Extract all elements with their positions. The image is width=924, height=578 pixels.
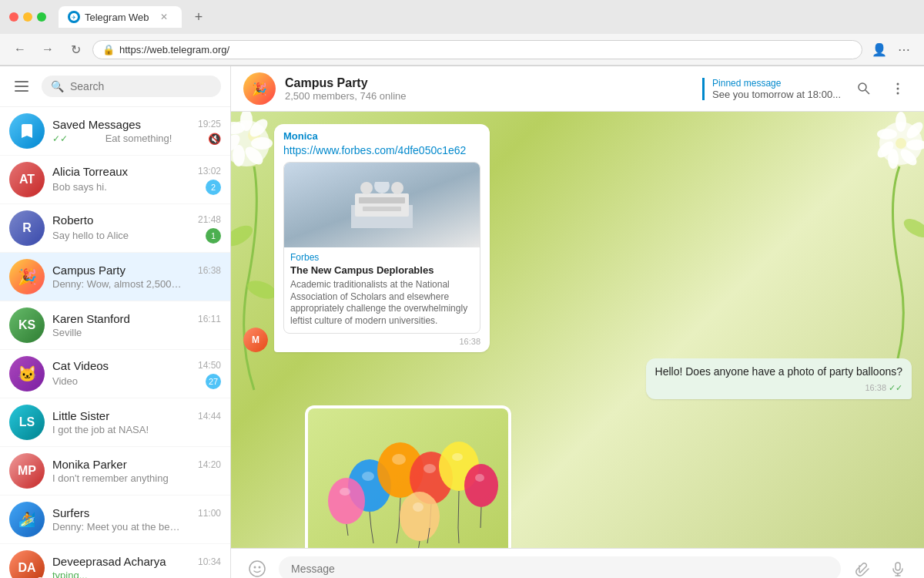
chat-item-roberto[interactable]: R Roberto 21:48 Say hello to Alice 1: [0, 204, 230, 253]
chat-item-campus[interactable]: 🎉 Campus Party 16:38 Denny: Wow, almost …: [0, 253, 230, 301]
avatar-roberto: R: [9, 210, 45, 246]
voice-button[interactable]: [884, 555, 912, 578]
svg-point-38: [897, 92, 899, 95]
search-button[interactable]: [850, 75, 878, 102]
sidebar-header: 🔍: [0, 66, 230, 107]
chat-item-catvideos[interactable]: 🐱 Cat Videos 14:50 Video 27: [0, 350, 230, 398]
sidebar: 🔍 Saved Messages 19:25 ✓✓ Eat something: [0, 66, 231, 578]
chat-name: Surfers: [52, 506, 89, 519]
svg-rect-2: [15, 81, 28, 82]
new-tab-button[interactable]: +: [188, 6, 209, 28]
chat-header-actions: [850, 75, 912, 102]
avatar-saved: [9, 113, 45, 149]
chat-time: 19:25: [198, 119, 221, 129]
chat-time: 16:11: [198, 314, 221, 324]
chat-preview: Bob says hi.: [52, 181, 107, 193]
preview-desc: Academic traditionalists at the National…: [284, 277, 480, 333]
tab-title: Telegram Web: [85, 12, 149, 23]
chat-item-karen[interactable]: KS Karen Stanford 16:11 Seville: [0, 301, 230, 350]
chat-item-saved[interactable]: Saved Messages 19:25 ✓✓ Eat something! 🔇: [0, 107, 230, 156]
message-text: Hello! Does anyone have a photo of party…: [655, 365, 902, 380]
chat-info-catvideos: Cat Videos 14:50 Video 27: [52, 359, 221, 389]
account-icon-button[interactable]: 👤: [869, 39, 890, 60]
svg-point-34: [859, 83, 866, 91]
chat-item-deveeprasad[interactable]: DA Deveeprasad Acharya 10:34 typing...: [0, 544, 230, 578]
search-icon: 🔍: [51, 80, 64, 92]
message-input[interactable]: [279, 556, 841, 578]
svg-rect-75: [896, 563, 900, 570]
more-options-button[interactable]: [884, 75, 912, 102]
chat-time: 16:38: [198, 265, 221, 276]
chat-preview: Denny: Meet you at the beach: [52, 521, 183, 533]
chat-main: 🎉 Campus Party 2,500 members, 746 online…: [231, 66, 924, 578]
chat-item-surfers[interactable]: 🏄 Surfers 11:00 Denny: Meet you at the b…: [0, 496, 230, 544]
minimize-dot[interactable]: [23, 12, 32, 22]
svg-point-44: [374, 182, 390, 193]
chat-preview: Video: [52, 375, 78, 387]
svg-point-43: [360, 182, 373, 194]
messages-area: M Monica https://www.forbes.com/4dfe050c…: [231, 112, 924, 548]
chat-time: 13:02: [198, 166, 221, 176]
chat-info-karen: Karen Stanford 16:11 Seville: [52, 312, 221, 338]
browser-navbar: ← → ↻ 🔒 https://web.telegram.org/ 👤 ⋯: [0, 34, 924, 66]
preview-source: Forbes: [284, 247, 480, 263]
svg-rect-40: [355, 193, 409, 217]
back-button[interactable]: ←: [9, 39, 31, 60]
message-link[interactable]: https://www.forbes.com/4dfe050c1e62: [283, 144, 466, 156]
menu-icon-button[interactable]: ⋯: [893, 39, 915, 60]
browser-tab[interactable]: ✈ Telegram Web ✕: [59, 6, 182, 28]
message-bubble: Hello! Does anyone have a photo of party…: [646, 358, 912, 399]
chat-name: Alicia Torreaux: [52, 165, 128, 178]
chat-info-surfers: Surfers 11:00 Denny: Meet you at the bea…: [52, 506, 221, 533]
avatar-monika: MP: [9, 453, 45, 489]
chat-item-alicia[interactable]: AT Alicia Torreaux 13:02 Bob says hi. 2: [0, 156, 230, 204]
chat-name: Roberto: [52, 213, 93, 227]
nav-right-buttons: 👤 ⋯: [869, 39, 915, 60]
chat-header-avatar: 🎉: [243, 72, 276, 105]
message-bubble: Monica https://www.forbes.com/4dfe050c1e…: [274, 124, 490, 352]
svg-point-65: [400, 492, 440, 541]
search-box[interactable]: 🔍: [42, 76, 221, 97]
chat-time: 14:50: [198, 360, 221, 371]
chat-item-monika[interactable]: MP Monika Parker 14:20 I don't remember …: [0, 447, 230, 496]
browser-chrome: ✈ Telegram Web ✕ + ← → ↻ 🔒 https://web.t…: [0, 0, 924, 66]
unread-badge: 2: [206, 180, 221, 195]
svg-point-51: [392, 454, 406, 465]
hamburger-button[interactable]: [9, 74, 34, 99]
avatar-karen: KS: [9, 307, 45, 343]
svg-rect-41: [359, 197, 405, 203]
pinned-label: Pinned message: [712, 78, 841, 89]
app: 🔍 Saved Messages 19:25 ✓✓ Eat something: [0, 66, 924, 578]
browser-titlebar: ✈ Telegram Web ✕ +: [0, 0, 924, 34]
chat-input-area: [231, 548, 924, 578]
chat-name: Karen Stanford: [52, 312, 130, 325]
svg-point-72: [249, 561, 265, 576]
message-balloon-image: M: [243, 405, 711, 548]
forward-button[interactable]: →: [37, 39, 59, 60]
svg-point-36: [897, 83, 899, 86]
address-bar[interactable]: 🔒 https://web.telegram.org/: [92, 40, 862, 59]
pinned-message-bar[interactable]: Pinned message See you tomorrow at 18:00…: [702, 78, 841, 100]
chat-preview: Say hello to Alice: [52, 230, 129, 241]
chat-header-info: Campus Party 2,500 members, 746 online: [285, 76, 693, 102]
close-dot[interactable]: [9, 12, 18, 22]
chat-time: 21:48: [198, 214, 221, 225]
balloon-illustration: [308, 408, 508, 548]
svg-point-74: [259, 566, 261, 569]
chat-preview: Seville: [52, 327, 82, 338]
chat-time: 14:20: [198, 459, 221, 470]
attach-button[interactable]: [849, 555, 876, 578]
chat-header: 🎉 Campus Party 2,500 members, 746 online…: [231, 66, 924, 112]
message-time: 16:38 ✓✓: [655, 383, 902, 393]
chat-item-littlesister[interactable]: LS Little Sister 14:44 I got the job at …: [0, 398, 230, 447]
chat-name: Deveeprasad Acharya: [52, 555, 166, 568]
avatar-catvideos: 🐱: [9, 356, 45, 391]
search-input[interactable]: [70, 80, 212, 92]
tab-close-icon[interactable]: ✕: [160, 12, 168, 22]
chat-header-status: 2,500 members, 746 online: [285, 90, 693, 102]
chat-name: Little Sister: [52, 409, 109, 422]
emoji-button[interactable]: [243, 555, 271, 578]
refresh-button[interactable]: ↻: [65, 39, 86, 60]
chat-preview-typing: typing...: [52, 570, 88, 578]
fullscreen-dot[interactable]: [37, 12, 46, 22]
